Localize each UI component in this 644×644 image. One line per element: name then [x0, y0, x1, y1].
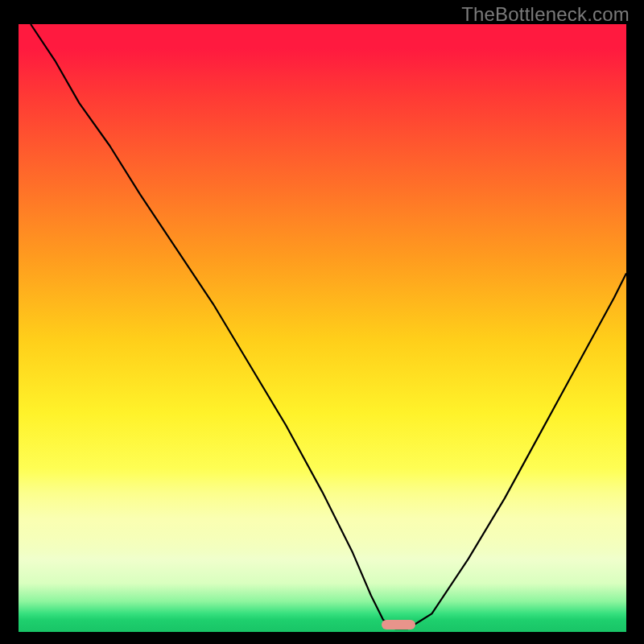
optimum-marker	[382, 620, 415, 630]
figure-frame: TheBottleneck.com	[0, 0, 644, 644]
watermark-text: TheBottleneck.com	[461, 3, 630, 26]
plot-area	[19, 24, 626, 632]
bottleneck-curve	[31, 24, 626, 629]
curve-svg	[19, 24, 626, 632]
